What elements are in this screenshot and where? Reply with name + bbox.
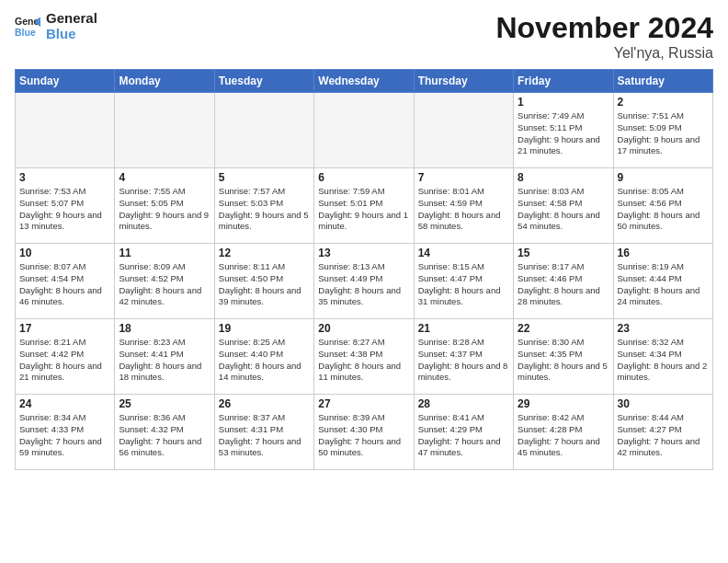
day-info: Sunrise: 8:03 AM Sunset: 4:58 PM Dayligh… <box>518 186 609 233</box>
calendar-cell-4-2: 26Sunrise: 8:37 AM Sunset: 4:31 PM Dayli… <box>214 395 313 470</box>
calendar-cell-3-2: 19Sunrise: 8:25 AM Sunset: 4:40 PM Dayli… <box>214 319 313 395</box>
day-number: 14 <box>418 247 509 259</box>
day-info: Sunrise: 8:19 AM Sunset: 4:44 PM Dayligh… <box>618 261 709 308</box>
page: General Blue General Blue November 2024 … <box>0 0 728 563</box>
calendar-cell-4-5: 29Sunrise: 8:42 AM Sunset: 4:28 PM Dayli… <box>514 395 613 470</box>
week-row-1: 1Sunrise: 7:49 AM Sunset: 5:11 PM Daylig… <box>16 93 713 168</box>
calendar-cell-1-5: 8Sunrise: 8:03 AM Sunset: 4:58 PM Daylig… <box>514 168 613 244</box>
calendar-cell-2-3: 13Sunrise: 8:13 AM Sunset: 4:49 PM Dayli… <box>314 244 414 319</box>
day-number: 15 <box>518 247 609 259</box>
calendar-cell-2-4: 14Sunrise: 8:15 AM Sunset: 4:47 PM Dayli… <box>414 244 513 319</box>
day-info: Sunrise: 8:15 AM Sunset: 4:47 PM Dayligh… <box>418 261 509 308</box>
calendar-cell-4-0: 24Sunrise: 8:34 AM Sunset: 4:33 PM Dayli… <box>16 395 115 470</box>
calendar-cell-4-3: 27Sunrise: 8:39 AM Sunset: 4:30 PM Dayli… <box>314 395 414 470</box>
day-number: 1 <box>518 96 609 109</box>
day-number: 12 <box>219 247 310 259</box>
logo-text-general: General <box>46 11 97 27</box>
calendar-cell-0-4 <box>414 93 513 168</box>
calendar-cell-2-0: 10Sunrise: 8:07 AM Sunset: 4:54 PM Dayli… <box>16 244 115 319</box>
day-info: Sunrise: 8:42 AM Sunset: 4:28 PM Dayligh… <box>518 412 609 459</box>
calendar-cell-0-0 <box>16 93 115 168</box>
day-number: 9 <box>618 171 709 184</box>
logo-icon: General Blue <box>15 14 40 40</box>
day-number: 6 <box>318 171 409 184</box>
day-number: 18 <box>119 322 210 335</box>
day-info: Sunrise: 8:07 AM Sunset: 4:54 PM Dayligh… <box>19 261 110 308</box>
day-number: 5 <box>219 171 310 184</box>
header-sunday: Sunday <box>16 70 115 93</box>
calendar-cell-3-5: 22Sunrise: 8:30 AM Sunset: 4:35 PM Dayli… <box>514 319 613 395</box>
week-row-4: 17Sunrise: 8:21 AM Sunset: 4:42 PM Dayli… <box>16 319 713 395</box>
calendar-cell-3-6: 23Sunrise: 8:32 AM Sunset: 4:34 PM Dayli… <box>613 319 712 395</box>
day-number: 17 <box>19 322 110 335</box>
calendar-cell-4-4: 28Sunrise: 8:41 AM Sunset: 4:29 PM Dayli… <box>414 395 513 470</box>
logo-text-blue: Blue <box>46 27 97 42</box>
week-row-5: 24Sunrise: 8:34 AM Sunset: 4:33 PM Dayli… <box>16 395 713 470</box>
day-number: 30 <box>618 397 709 410</box>
calendar-cell-0-5: 1Sunrise: 7:49 AM Sunset: 5:11 PM Daylig… <box>514 93 613 168</box>
calendar-cell-0-2 <box>214 93 313 168</box>
day-number: 10 <box>19 247 110 259</box>
day-number: 2 <box>618 96 709 109</box>
day-info: Sunrise: 8:21 AM Sunset: 4:42 PM Dayligh… <box>19 337 110 384</box>
calendar-cell-4-6: 30Sunrise: 8:44 AM Sunset: 4:27 PM Dayli… <box>613 395 712 470</box>
calendar-cell-2-1: 11Sunrise: 8:09 AM Sunset: 4:52 PM Dayli… <box>115 244 214 319</box>
day-info: Sunrise: 8:41 AM Sunset: 4:29 PM Dayligh… <box>418 412 509 459</box>
day-number: 28 <box>418 397 509 410</box>
day-info: Sunrise: 8:36 AM Sunset: 4:32 PM Dayligh… <box>119 412 210 459</box>
header-wednesday: Wednesday <box>314 70 414 93</box>
day-info: Sunrise: 8:01 AM Sunset: 4:59 PM Dayligh… <box>418 186 509 233</box>
day-number: 29 <box>518 397 609 410</box>
calendar-cell-3-1: 18Sunrise: 8:23 AM Sunset: 4:41 PM Dayli… <box>115 319 214 395</box>
calendar-cell-1-2: 5Sunrise: 7:57 AM Sunset: 5:03 PM Daylig… <box>214 168 313 244</box>
week-row-2: 3Sunrise: 7:53 AM Sunset: 5:07 PM Daylig… <box>16 168 713 244</box>
day-number: 24 <box>19 397 110 410</box>
day-info: Sunrise: 8:27 AM Sunset: 4:38 PM Dayligh… <box>318 337 409 384</box>
calendar-cell-0-3 <box>314 93 414 168</box>
calendar-cell-1-4: 7Sunrise: 8:01 AM Sunset: 4:59 PM Daylig… <box>414 168 513 244</box>
day-info: Sunrise: 7:55 AM Sunset: 5:05 PM Dayligh… <box>119 186 210 233</box>
calendar-cell-2-5: 15Sunrise: 8:17 AM Sunset: 4:46 PM Dayli… <box>514 244 613 319</box>
day-number: 25 <box>119 397 210 410</box>
day-number: 11 <box>119 247 210 259</box>
header-monday: Monday <box>115 70 214 93</box>
main-title: November 2024 <box>495 11 713 45</box>
day-info: Sunrise: 8:30 AM Sunset: 4:35 PM Dayligh… <box>518 337 609 384</box>
day-number: 23 <box>618 322 709 335</box>
day-info: Sunrise: 8:23 AM Sunset: 4:41 PM Dayligh… <box>119 337 210 384</box>
header-friday: Friday <box>514 70 613 93</box>
calendar-cell-1-6: 9Sunrise: 8:05 AM Sunset: 4:56 PM Daylig… <box>613 168 712 244</box>
header: General Blue General Blue November 2024 … <box>15 11 713 62</box>
day-number: 26 <box>219 397 310 410</box>
logo: General Blue General Blue <box>15 11 97 41</box>
calendar-cell-1-3: 6Sunrise: 7:59 AM Sunset: 5:01 PM Daylig… <box>314 168 414 244</box>
calendar-cell-2-6: 16Sunrise: 8:19 AM Sunset: 4:44 PM Dayli… <box>613 244 712 319</box>
day-info: Sunrise: 8:34 AM Sunset: 4:33 PM Dayligh… <box>19 412 110 459</box>
day-info: Sunrise: 8:11 AM Sunset: 4:50 PM Dayligh… <box>219 261 310 308</box>
day-info: Sunrise: 8:28 AM Sunset: 4:37 PM Dayligh… <box>418 337 509 384</box>
calendar-cell-2-2: 12Sunrise: 8:11 AM Sunset: 4:50 PM Dayli… <box>214 244 313 319</box>
day-number: 16 <box>618 247 709 259</box>
day-number: 27 <box>318 397 409 410</box>
day-number: 13 <box>318 247 409 259</box>
day-info: Sunrise: 8:25 AM Sunset: 4:40 PM Dayligh… <box>219 337 310 384</box>
calendar-table: Sunday Monday Tuesday Wednesday Thursday… <box>15 69 713 470</box>
day-info: Sunrise: 8:44 AM Sunset: 4:27 PM Dayligh… <box>618 412 709 459</box>
day-info: Sunrise: 8:37 AM Sunset: 4:31 PM Dayligh… <box>219 412 310 459</box>
header-tuesday: Tuesday <box>214 70 313 93</box>
day-number: 19 <box>219 322 310 335</box>
day-info: Sunrise: 7:49 AM Sunset: 5:11 PM Dayligh… <box>518 110 609 157</box>
day-number: 3 <box>19 171 110 184</box>
calendar-cell-4-1: 25Sunrise: 8:36 AM Sunset: 4:32 PM Dayli… <box>115 395 214 470</box>
calendar-cell-1-0: 3Sunrise: 7:53 AM Sunset: 5:07 PM Daylig… <box>16 168 115 244</box>
day-info: Sunrise: 8:39 AM Sunset: 4:30 PM Dayligh… <box>318 412 409 459</box>
calendar-cell-3-0: 17Sunrise: 8:21 AM Sunset: 4:42 PM Dayli… <box>16 319 115 395</box>
day-info: Sunrise: 8:32 AM Sunset: 4:34 PM Dayligh… <box>618 337 709 384</box>
day-number: 8 <box>518 171 609 184</box>
calendar-cell-0-1 <box>115 93 214 168</box>
calendar-cell-3-3: 20Sunrise: 8:27 AM Sunset: 4:38 PM Dayli… <box>314 319 414 395</box>
calendar-cell-3-4: 21Sunrise: 8:28 AM Sunset: 4:37 PM Dayli… <box>414 319 513 395</box>
calendar-cell-0-6: 2Sunrise: 7:51 AM Sunset: 5:09 PM Daylig… <box>613 93 712 168</box>
week-row-3: 10Sunrise: 8:07 AM Sunset: 4:54 PM Dayli… <box>16 244 713 319</box>
day-info: Sunrise: 8:17 AM Sunset: 4:46 PM Dayligh… <box>518 261 609 308</box>
